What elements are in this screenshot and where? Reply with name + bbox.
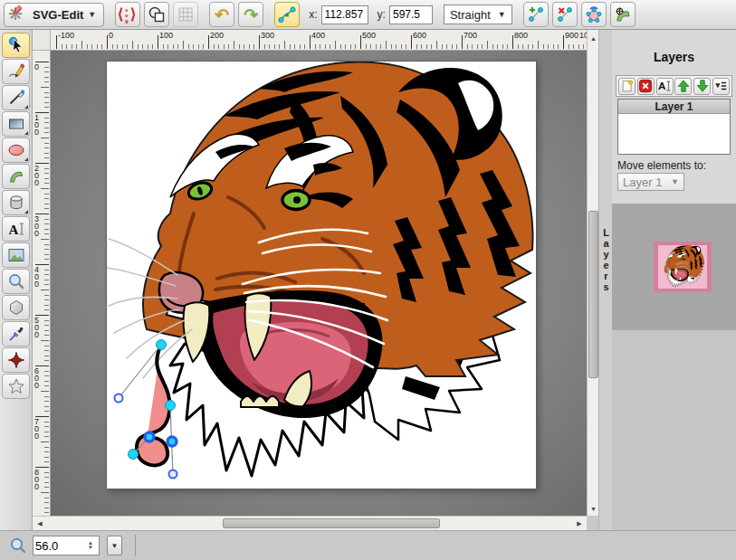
new-layer-icon bbox=[620, 79, 635, 93]
vertical-scrollbar[interactable]: ▲ ▼ bbox=[587, 30, 598, 516]
vertical-scroll-thumb[interactable] bbox=[588, 211, 598, 378]
y-coordinate-input[interactable] bbox=[389, 5, 433, 24]
selected-path-node[interactable] bbox=[145, 432, 154, 441]
control-point-handle[interactable] bbox=[169, 470, 177, 479]
control-point-handle[interactable] bbox=[115, 394, 123, 403]
x-coordinate-input[interactable] bbox=[321, 5, 368, 24]
delete-node-button[interactable] bbox=[552, 2, 578, 27]
layers-panel-toggle-strip[interactable]: L a y e r s bbox=[598, 30, 612, 530]
move-layer-down-button[interactable] bbox=[693, 78, 711, 95]
tool-image[interactable] bbox=[2, 242, 30, 268]
flyout-indicator bbox=[24, 131, 28, 135]
open-close-path-button[interactable] bbox=[581, 2, 607, 27]
path-node[interactable] bbox=[166, 401, 176, 411]
ruler-tick-label: 100 bbox=[579, 31, 587, 40]
add-node-icon bbox=[527, 5, 545, 24]
ruler-tick-label: 100 bbox=[159, 31, 173, 40]
chevron-down-icon: ▼ bbox=[671, 177, 679, 186]
svg-canvas[interactable] bbox=[107, 62, 536, 489]
horizontal-scroll-thumb[interactable] bbox=[223, 518, 440, 528]
tool-eyedropper[interactable] bbox=[2, 321, 30, 346]
tool-select[interactable] bbox=[2, 33, 30, 58]
ellipse-tool-icon bbox=[7, 141, 25, 159]
move-target-select[interactable]: Layer 1 ▼ bbox=[617, 173, 684, 191]
main-menu-button[interactable]: ❋✎ SVG-Edit ▼ bbox=[4, 3, 104, 27]
top-toolbar: ❋✎ SVG-Edit ▼ ⟨ s v g ⟩ bbox=[0, 0, 736, 30]
svg-edit-app: ❋✎ SVG-Edit ▼ ⟨ s v g ⟩ bbox=[0, 0, 736, 560]
zoom-level-input[interactable] bbox=[35, 537, 79, 554]
scroll-right-arrow[interactable]: ▶ bbox=[573, 517, 586, 530]
node-mode-button[interactable] bbox=[274, 2, 300, 27]
shapes-button[interactable] bbox=[144, 2, 169, 27]
zoom-preset-dropdown[interactable]: ▼ bbox=[107, 536, 122, 555]
tool-line[interactable] bbox=[2, 85, 30, 110]
four-point-star-icon bbox=[7, 351, 25, 369]
layer-list: Layer 1 bbox=[617, 99, 731, 155]
scroll-left-arrow[interactable]: ◀ bbox=[33, 517, 46, 530]
flyout-indicator bbox=[24, 157, 28, 161]
delete-node-icon bbox=[556, 5, 574, 24]
new-layer-button[interactable] bbox=[618, 78, 636, 95]
rename-layer-button[interactable]: A bbox=[656, 78, 674, 95]
selected-path-node[interactable] bbox=[167, 437, 177, 446]
layers-panel-title: Layers bbox=[612, 50, 736, 64]
layer-menu-button[interactable] bbox=[712, 78, 730, 95]
layer-row-selected[interactable]: Layer 1 bbox=[618, 100, 730, 114]
redo-button[interactable]: ↷ bbox=[238, 2, 263, 27]
tool-zoom[interactable] bbox=[2, 269, 30, 294]
tool-polygon[interactable] bbox=[2, 295, 30, 320]
path-node[interactable] bbox=[157, 340, 167, 350]
add-node-button[interactable] bbox=[523, 2, 549, 27]
path-tool-icon bbox=[7, 167, 25, 185]
delete-layer-button[interactable] bbox=[637, 78, 655, 95]
tool-rectangle[interactable] bbox=[2, 111, 30, 137]
zoom-spinner[interactable]: ▲▼ bbox=[84, 537, 97, 554]
source-code-button[interactable]: ⟨ s v g ⟩ bbox=[115, 2, 140, 27]
ruler-tick-label: 5 0 0 bbox=[34, 317, 39, 338]
zoom-tool-icon bbox=[7, 272, 25, 290]
vertical-ruler: 01 0 02 0 03 0 04 0 05 0 06 0 07 0 08 0 … bbox=[33, 51, 51, 516]
tool-ellipse[interactable] bbox=[2, 138, 30, 163]
path-node[interactable] bbox=[129, 450, 139, 460]
shapes-icon bbox=[148, 5, 166, 24]
svg-text:g: g bbox=[125, 18, 129, 24]
tool-connector[interactable] bbox=[2, 347, 30, 373]
drawing[interactable] bbox=[107, 62, 536, 489]
svg-text:⟨: ⟨ bbox=[118, 6, 123, 22]
overview-block bbox=[612, 204, 736, 330]
tool-star[interactable] bbox=[2, 374, 30, 399]
hexagon-icon bbox=[7, 299, 25, 317]
move-elements-label: Move elements to: bbox=[617, 159, 706, 172]
arrow-down-icon bbox=[695, 79, 710, 93]
zoom-input-box: ▲▼ bbox=[33, 536, 100, 555]
undo-icon: ↶ bbox=[215, 6, 229, 24]
move-target-value: Layer 1 bbox=[623, 176, 662, 189]
workspace[interactable] bbox=[51, 51, 587, 516]
tool-path[interactable] bbox=[2, 164, 30, 189]
ruler-tick-label: 900 bbox=[565, 31, 578, 40]
horizontal-scrollbar[interactable]: ◀ ▶ bbox=[33, 516, 587, 530]
segment-type-select[interactable]: Straight ▼ bbox=[444, 5, 512, 24]
document-thumbnail[interactable] bbox=[654, 242, 712, 292]
path-edit-overlay[interactable] bbox=[115, 340, 177, 479]
zoom-control: ▲▼ ▼ bbox=[9, 535, 136, 556]
rectangle-tool-icon bbox=[7, 115, 25, 133]
chevron-down-icon: ▼ bbox=[498, 10, 506, 19]
grid-icon bbox=[177, 6, 194, 23]
redo-icon: ↷ bbox=[244, 6, 258, 24]
zoom-icon bbox=[9, 536, 27, 555]
flyout-indicator bbox=[24, 105, 28, 109]
move-layer-up-button[interactable] bbox=[674, 78, 692, 95]
y-coordinate-label: y: bbox=[378, 8, 386, 21]
grid-button[interactable] bbox=[173, 2, 198, 27]
ruler-tick-label: 300 bbox=[261, 31, 274, 40]
tool-text[interactable]: A bbox=[2, 216, 30, 242]
reorient-path-button[interactable] bbox=[610, 2, 636, 27]
undo-button[interactable]: ↶ bbox=[209, 2, 234, 27]
bottom-bar: ▲▼ ▼ bbox=[0, 530, 736, 560]
tool-pencil[interactable] bbox=[2, 59, 30, 84]
ruler-tick-label: -100 bbox=[58, 31, 74, 40]
tool-shape-library[interactable] bbox=[2, 190, 30, 215]
layer-menu-icon bbox=[713, 79, 728, 93]
segment-type-value: Straight bbox=[450, 8, 491, 22]
